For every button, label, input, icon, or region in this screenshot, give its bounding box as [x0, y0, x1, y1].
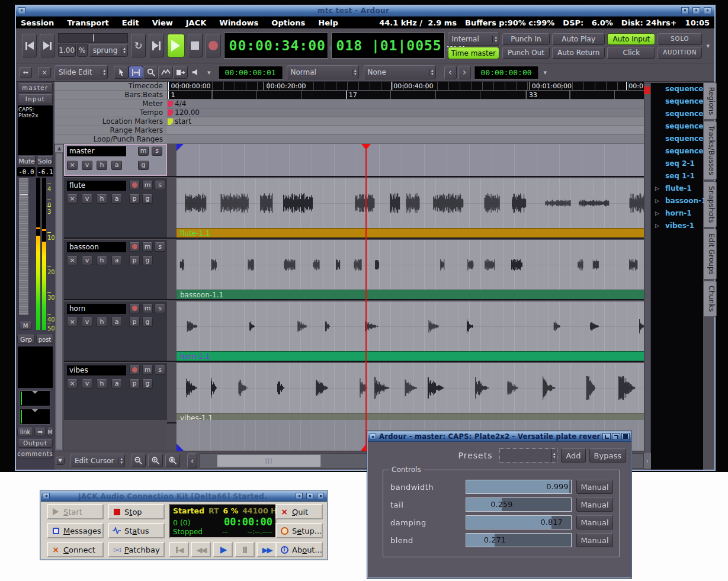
window-menu-button[interactable] [43, 493, 50, 499]
preset-combo[interactable]: ▴▾ [499, 448, 557, 463]
output-button[interactable]: Output [18, 439, 53, 448]
stop-button[interactable] [188, 34, 203, 57]
automation-button[interactable]: a [111, 194, 122, 204]
chevron-down-icon[interactable]: ▾ [706, 42, 710, 50]
track-name-field[interactable]: bassoon [67, 242, 126, 252]
list-item[interactable]: sequencer [651, 145, 703, 158]
remove-icon[interactable]: × [67, 379, 78, 389]
track-canvas-master[interactable] [177, 144, 644, 176]
playhead-head-icon[interactable] [361, 144, 371, 150]
plugin-titlebar[interactable]: Ardour - master: CAPS: Plate2x2 - Versat… [368, 432, 631, 442]
list-item[interactable]: ▷flute-1 [651, 182, 703, 195]
group-button[interactable]: g [142, 379, 153, 389]
link-edit-icon[interactable]: ↔ [19, 67, 32, 78]
punch-in-toggle[interactable]: Punch In [502, 33, 550, 45]
ruler-label-range-markers[interactable]: Range Markers [54, 126, 167, 135]
automation-button[interactable]: a [111, 379, 122, 389]
zoom-out-button[interactable] [131, 454, 146, 467]
pan-direction-button[interactable]: ⇒ [34, 428, 46, 436]
mute-toggle[interactable]: m [142, 181, 153, 190]
group-button[interactable]: g [142, 194, 153, 204]
expander-icon[interactable]: ▷ [655, 195, 659, 207]
nudge-clock[interactable]: 00:00:00:00 [474, 66, 539, 79]
track-header-flute[interactable]: flute m s × v h a p g [64, 178, 167, 237]
metering-point-button[interactable]: M [19, 322, 32, 330]
menu-view[interactable]: View [152, 18, 173, 27]
chevron-down-icon[interactable]: ▾ [207, 69, 211, 76]
blend-slider[interactable]: 0.271 [466, 533, 572, 547]
vertical-scroll-thumb[interactable] [56, 153, 63, 450]
track-canvas-horn[interactable]: horn-1.1 [177, 301, 644, 361]
maximize-button[interactable] [621, 433, 630, 440]
list-item[interactable]: sequencer [651, 95, 703, 108]
punch-out-toggle[interactable]: Punch Out [502, 47, 550, 59]
region-bar[interactable]: horn-1.1 [177, 351, 644, 361]
stop-button[interactable]: Stop [108, 504, 165, 519]
visual-button[interactable]: v [82, 256, 92, 265]
record-enable-toggle[interactable] [129, 181, 140, 190]
object-tool-button[interactable] [114, 66, 129, 79]
tab-regions[interactable]: Regions [704, 82, 717, 120]
ruler-label-meter[interactable]: Meter [54, 99, 167, 108]
nudge-back-button[interactable]: ‹ [444, 66, 457, 79]
auto-return-toggle[interactable]: Auto Return [552, 47, 605, 59]
strip-input-button[interactable]: Input [18, 94, 53, 104]
tab-tracks-busses[interactable]: Tracks/Busses [704, 121, 717, 180]
shuttle-speed[interactable]: 1.00 [58, 44, 76, 57]
ruler-label-bars[interactable]: Bars:Beats [54, 91, 167, 99]
track-name-field[interactable]: horn [67, 304, 126, 314]
ruler-label-tempo[interactable]: Tempo [54, 108, 167, 117]
mute-toggle[interactable]: m [142, 242, 153, 252]
menu-transport[interactable]: Transport [67, 18, 108, 27]
playlist-button[interactable]: p [129, 317, 140, 327]
gain-display[interactable]: -0.0 [17, 167, 36, 176]
record-enable-toggle[interactable] [129, 365, 140, 375]
transport-forward-button[interactable]: ▶▶ [256, 542, 277, 557]
transport-pause-button[interactable] [235, 542, 255, 557]
play-range-button[interactable] [149, 34, 163, 57]
visual-button[interactable]: v [82, 379, 92, 389]
edit-mode-dropdown[interactable]: Slide Edit ▴▾ [54, 65, 108, 79]
list-item[interactable]: seq 2-1 [651, 158, 703, 170]
automation-mode-button[interactable]: Manual [576, 515, 613, 529]
shade-button[interactable] [602, 433, 611, 440]
hide-button[interactable]: h [97, 317, 107, 327]
zoom-in-button[interactable] [148, 454, 163, 467]
list-item[interactable]: ▷bassoon-1 [651, 195, 703, 207]
visual-button[interactable]: v [82, 161, 92, 170]
quit-button[interactable]: × Quit [275, 504, 323, 519]
playhead-cursor[interactable] [365, 144, 367, 452]
gain-tool-button[interactable] [158, 66, 173, 79]
close-group-icon[interactable]: × [38, 67, 51, 78]
bars-ruler[interactable]: 1 17 33 [167, 91, 644, 99]
stick-button[interactable] [612, 433, 620, 440]
menu-options[interactable]: Options [271, 18, 305, 27]
menu-windows[interactable]: Windows [219, 18, 258, 27]
shuttle-bar[interactable] [58, 33, 128, 43]
processor-box[interactable]: CAPS: Plate2x [18, 105, 53, 155]
damping-slider[interactable]: 0.817 [466, 515, 572, 529]
snap-unit-dropdown[interactable]: None ▴▾ [364, 65, 436, 79]
maximize-button[interactable] [692, 7, 700, 14]
expander-icon[interactable]: ▷ [655, 220, 659, 232]
click-toggle[interactable]: Click [607, 47, 655, 59]
solo-button[interactable]: Solo [37, 156, 53, 166]
automation-button[interactable]: a [111, 161, 122, 170]
visual-button[interactable]: v [82, 194, 92, 204]
transport-play-button[interactable]: ▶ [213, 542, 233, 557]
list-item[interactable]: ▷horn-1 [651, 207, 703, 220]
list-item[interactable]: sequencer [651, 120, 703, 133]
nudge-forward-button[interactable]: › [458, 66, 471, 79]
track-header-vibes[interactable]: vibes m s × v h a p g [64, 363, 167, 422]
group-button[interactable]: g [142, 317, 153, 327]
messages-button[interactable]: Messages [47, 523, 104, 538]
group-button[interactable]: Grp [17, 335, 35, 344]
scroll-left-icon[interactable]: ‹ [187, 453, 197, 468]
strip-name-button[interactable]: master [18, 83, 53, 93]
timefx-tool-button[interactable] [173, 66, 188, 79]
auto-play-toggle[interactable]: Auto Play [552, 33, 605, 45]
hide-button[interactable]: h [97, 379, 107, 389]
primary-clock[interactable]: 00:00:34:00 24 NDF [224, 33, 328, 59]
track-canvas-vibes[interactable]: vibes-1.1 [177, 363, 644, 422]
sync-source-dropdown[interactable]: Internal ▴▾ [448, 32, 499, 46]
